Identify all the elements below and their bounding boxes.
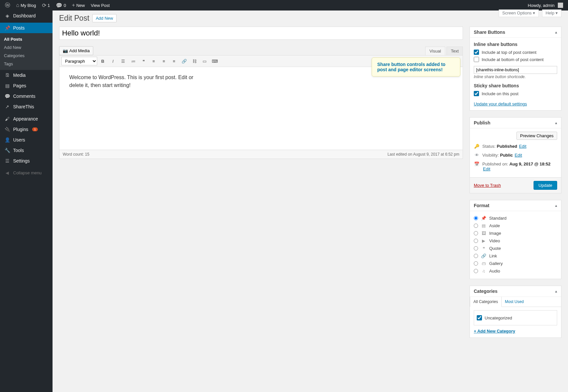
tab-most-used[interactable]: Most Used xyxy=(502,297,527,307)
tab-text[interactable]: Text xyxy=(447,47,463,55)
menu-appearance[interactable]: 🖌Appearance xyxy=(0,114,53,124)
format-option-image[interactable]: 🖼Image xyxy=(474,229,557,237)
metabox-share-toggle[interactable]: Share Buttons▴ xyxy=(470,27,561,38)
account-link[interactable]: Howdy, admin xyxy=(526,0,565,11)
menu-sharethis[interactable]: ↗ShareThis xyxy=(0,101,53,112)
menu-posts[interactable]: 📌Posts xyxy=(0,23,53,33)
chevron-up-icon: ▴ xyxy=(555,30,557,34)
metabox-publish: Publish▴ Preview Changes 🔑 Status: Publi… xyxy=(470,117,561,193)
readmore-button[interactable]: ▭ xyxy=(200,57,209,65)
menu-dashboard[interactable]: ◈Dashboard xyxy=(0,11,53,21)
update-defaults-link[interactable]: Update your default settings xyxy=(474,101,527,106)
wp-logo[interactable]: ⓦ xyxy=(3,0,12,11)
comment-icon: 💬 xyxy=(56,2,62,9)
format-standard-icon: 📌 xyxy=(481,216,487,221)
link-button[interactable]: 🔗 xyxy=(180,57,189,65)
add-new-button[interactable]: Add New xyxy=(92,14,117,22)
move-to-trash-link[interactable]: Move to Trash xyxy=(474,183,501,188)
plugin-icon: 🔌 xyxy=(4,127,11,132)
collapse-icon: ◀ xyxy=(4,170,11,175)
blockquote-button[interactable]: ❝ xyxy=(139,57,148,65)
menu-tools[interactable]: 🔧Tools xyxy=(0,145,53,156)
edit-status-link[interactable]: Edit xyxy=(519,144,526,149)
check-include-post[interactable]: Include on this post xyxy=(474,91,557,96)
format-image-icon: 🖼 xyxy=(481,231,487,236)
submenu-all-posts[interactable]: All Posts xyxy=(0,35,53,43)
menu-users[interactable]: 👤Users xyxy=(0,135,53,145)
toolbar-toggle-button[interactable]: ⌨ xyxy=(210,57,219,65)
menu-posts-submenu: All Posts Add New Categories Tags xyxy=(0,33,53,70)
add-media-button[interactable]: 📷Add Media xyxy=(59,46,93,55)
chevron-up-icon: ▴ xyxy=(555,121,557,125)
menu-pages[interactable]: ▤Pages xyxy=(0,80,53,91)
view-post-link[interactable]: View Post xyxy=(88,0,112,11)
italic-button[interactable]: I xyxy=(108,57,118,65)
format-option-link[interactable]: 🔗Link xyxy=(474,252,557,260)
metabox-format-toggle[interactable]: Format▴ xyxy=(470,200,561,211)
format-quote-icon: ❝ xyxy=(481,246,487,251)
format-option-gallery[interactable]: 🗃Gallery xyxy=(474,260,557,267)
unlink-button[interactable]: ⛓ xyxy=(190,57,199,65)
updates-link[interactable]: ⟳1 xyxy=(40,0,52,11)
preview-changes-button[interactable]: Preview Changes xyxy=(516,132,557,140)
menu-media[interactable]: 🖻Media xyxy=(0,70,53,80)
format-link-icon: 🔗 xyxy=(481,253,487,258)
format-select[interactable]: Paragraph xyxy=(61,57,97,65)
screen-options-button[interactable]: Screen Options ▾ xyxy=(499,10,539,17)
format-option-aside[interactable]: ▤Aside xyxy=(474,222,557,229)
format-gallery-icon: 🗃 xyxy=(481,261,487,266)
media-icon: 🖻 xyxy=(4,73,11,78)
add-new-category-link[interactable]: + Add New Category xyxy=(474,329,515,334)
edit-visibility-link[interactable]: Edit xyxy=(515,153,522,158)
check-include-top[interactable]: Include at top of post content xyxy=(474,50,557,55)
bold-button[interactable]: B xyxy=(98,57,107,65)
chevron-up-icon: ▴ xyxy=(555,204,557,208)
metabox-categories: Categories▴ All Categories Most Used Unc… xyxy=(470,286,561,338)
comment-icon: 💬 xyxy=(4,94,11,99)
wrench-icon: 🔧 xyxy=(4,148,11,153)
bullet-list-button[interactable]: ☰ xyxy=(119,57,128,65)
format-option-standard[interactable]: 📌Standard xyxy=(474,214,557,222)
align-left-button[interactable]: ≡ xyxy=(149,57,158,65)
menu-plugins[interactable]: 🔌Plugins1 xyxy=(0,124,53,135)
tab-visual[interactable]: Visual xyxy=(425,47,445,55)
home-icon: ⌂ xyxy=(16,2,19,8)
category-item[interactable]: Uncategorized xyxy=(477,315,554,320)
submenu-add-new[interactable]: Add New xyxy=(0,43,53,52)
metabox-publish-toggle[interactable]: Publish▴ xyxy=(470,118,561,128)
menu-settings[interactable]: ☰Settings xyxy=(0,156,53,166)
metabox-categories-toggle[interactable]: Categories▴ xyxy=(470,286,561,297)
format-option-quote[interactable]: ❝Quote xyxy=(474,245,557,252)
eye-icon: 👁 xyxy=(474,153,480,158)
help-button[interactable]: Help ▾ xyxy=(542,10,561,17)
collapse-menu[interactable]: ◀Collapse menu xyxy=(0,168,53,178)
refresh-icon: ⟳ xyxy=(42,2,46,9)
submenu-tags[interactable]: Tags xyxy=(0,60,53,68)
format-option-video[interactable]: ▶Video xyxy=(474,237,557,245)
site-name-link[interactable]: ⌂My Blog xyxy=(14,0,38,11)
key-icon: 🔑 xyxy=(474,144,480,149)
dashboard-icon: ◈ xyxy=(4,13,11,18)
submenu-categories[interactable]: Categories xyxy=(0,52,53,60)
align-center-button[interactable]: ≡ xyxy=(159,57,168,65)
align-right-button[interactable]: ≡ xyxy=(169,57,179,65)
calendar-icon: 📅 xyxy=(474,162,480,166)
callout-share-buttons: Share button controls added to post and … xyxy=(372,57,460,76)
new-content-link[interactable]: +New xyxy=(70,0,87,11)
number-list-button[interactable]: ≔ xyxy=(129,57,138,65)
camera-icon: 📷 xyxy=(63,48,68,53)
share-icon: ↗ xyxy=(4,104,11,109)
comments-link[interactable]: 💬0 xyxy=(54,0,68,11)
editor-content[interactable]: Welcome to WordPress. This is your first… xyxy=(59,67,463,150)
format-aside-icon: ▤ xyxy=(481,223,487,228)
content-body: Screen Options ▾ Help ▾ Edit Post Add Ne… xyxy=(53,11,568,358)
format-option-audio[interactable]: ♫Audio xyxy=(474,267,557,275)
update-button[interactable]: Update xyxy=(534,181,557,190)
edit-date-link[interactable]: Edit xyxy=(483,166,490,171)
shortcode-input[interactable] xyxy=(474,66,557,74)
post-title-input[interactable] xyxy=(59,27,463,40)
tab-all-categories[interactable]: All Categories xyxy=(470,297,502,307)
check-include-bottom[interactable]: Include at bottom of post content xyxy=(474,57,557,62)
word-count: Word count: 15 xyxy=(63,152,89,157)
menu-comments[interactable]: 💬Comments xyxy=(0,91,53,101)
